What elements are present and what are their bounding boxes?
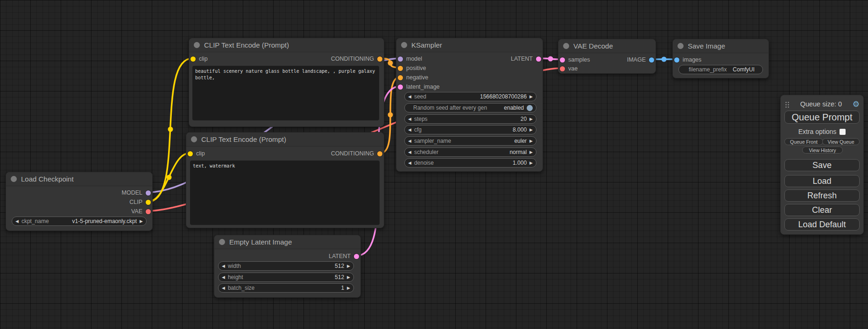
model-port-icon[interactable] bbox=[146, 190, 151, 196]
collapse-dot-icon[interactable] bbox=[194, 42, 200, 48]
load-default-button[interactable]: Load Default bbox=[784, 218, 860, 231]
clip-port-icon[interactable] bbox=[191, 56, 196, 62]
increment-arrow-icon[interactable]: ▶ bbox=[529, 95, 533, 99]
steps-widget[interactable]: ◀ steps 20 ▶ bbox=[404, 114, 536, 124]
node-empty-latent-image[interactable]: Empty Latent Image LATENT ◀ width 512 ▶ … bbox=[214, 235, 361, 298]
input-positive[interactable]: positive bbox=[398, 65, 426, 71]
node-title-bar[interactable]: KSampler bbox=[396, 38, 543, 52]
increment-arrow-icon[interactable]: ▶ bbox=[529, 139, 533, 143]
latent-port-icon[interactable] bbox=[560, 57, 565, 63]
vae-port-icon[interactable] bbox=[560, 66, 565, 71]
conditioning-port-icon[interactable] bbox=[398, 66, 403, 71]
positive-prompt-textarea[interactable]: beautiful scenery nature glass bottle la… bbox=[192, 66, 379, 120]
node-clip-text-encode-negative[interactable]: CLIP Text Encode (Prompt) clip CONDITION… bbox=[186, 132, 384, 228]
seed-widget[interactable]: ◀ seed 156680208700286 ▶ bbox=[404, 92, 536, 101]
extra-options-checkbox[interactable] bbox=[840, 129, 846, 135]
save-button[interactable]: Save bbox=[784, 159, 860, 171]
collapse-dot-icon[interactable] bbox=[677, 43, 684, 49]
latent-port-icon[interactable] bbox=[398, 84, 403, 90]
latent-port-icon[interactable] bbox=[536, 56, 541, 62]
node-load-checkpoint[interactable]: Load Checkpoint MODEL CLIP VAE ◀ ckpt_na… bbox=[6, 172, 153, 231]
input-model[interactable]: model bbox=[398, 56, 422, 62]
increment-arrow-icon[interactable]: ▶ bbox=[529, 150, 533, 154]
filename-prefix-widget[interactable]: filename_prefix ComfyUI bbox=[678, 65, 763, 74]
negative-prompt-textarea[interactable]: text, watermark bbox=[190, 161, 380, 225]
queue-front-button[interactable]: Queue Front bbox=[784, 138, 823, 145]
view-history-button[interactable]: View History bbox=[802, 147, 843, 154]
input-negative[interactable]: negative bbox=[398, 74, 428, 81]
settings-gear-icon[interactable]: ⚙ bbox=[853, 100, 860, 108]
decrement-arrow-icon[interactable]: ◀ bbox=[408, 161, 411, 165]
output-image[interactable]: IMAGE bbox=[627, 56, 654, 63]
node-title-bar[interactable]: VAE Decode bbox=[558, 39, 656, 53]
height-widget[interactable]: ◀ height 512 ▶ bbox=[218, 273, 354, 282]
output-latent[interactable]: LATENT bbox=[329, 253, 359, 259]
collapse-dot-icon[interactable] bbox=[219, 239, 225, 245]
denoise-widget[interactable]: ◀ denoise 1.000 ▶ bbox=[404, 158, 536, 168]
decrement-arrow-icon[interactable]: ◀ bbox=[222, 275, 225, 280]
conditioning-port-icon[interactable] bbox=[377, 56, 382, 62]
vae-port-icon[interactable] bbox=[146, 209, 151, 214]
decrement-arrow-icon[interactable]: ◀ bbox=[15, 219, 19, 224]
cfg-widget[interactable]: ◀ cfg 8.000 ▶ bbox=[404, 125, 536, 134]
clear-button[interactable]: Clear bbox=[784, 204, 860, 216]
node-title-bar[interactable]: Save Image bbox=[673, 39, 769, 53]
node-title-bar[interactable]: Empty Latent Image bbox=[214, 235, 360, 249]
view-queue-button[interactable]: View Queue bbox=[822, 138, 860, 145]
increment-arrow-icon[interactable]: ▶ bbox=[347, 275, 350, 280]
input-latent-image[interactable]: latent_image bbox=[398, 84, 440, 90]
input-vae[interactable]: vae bbox=[560, 65, 578, 72]
collapse-dot-icon[interactable] bbox=[563, 43, 569, 49]
node-vae-decode[interactable]: VAE Decode samples vae IMAGE bbox=[558, 39, 656, 74]
decrement-arrow-icon[interactable]: ◀ bbox=[408, 128, 411, 132]
increment-arrow-icon[interactable]: ▶ bbox=[347, 286, 350, 290]
ckpt-name-widget[interactable]: ◀ ckpt_name v1-5-pruned-emaonly.ckpt ▶ bbox=[12, 217, 147, 226]
node-ksampler[interactable]: KSampler model positive negative latent_… bbox=[396, 38, 543, 172]
load-button[interactable]: Load bbox=[784, 175, 860, 187]
random-seed-toggle-widget[interactable]: Random seed after every gen enabled bbox=[404, 103, 536, 112]
decrement-arrow-icon[interactable]: ◀ bbox=[408, 139, 411, 143]
conditioning-port-icon[interactable] bbox=[398, 75, 403, 80]
latent-port-icon[interactable] bbox=[354, 254, 359, 259]
conditioning-port-icon[interactable] bbox=[377, 151, 382, 156]
queue-menu-panel[interactable]: Queue size: 0 ⚙ Queue Prompt Extra optio… bbox=[780, 95, 864, 235]
node-clip-text-encode-positive[interactable]: CLIP Text Encode (Prompt) clip CONDITION… bbox=[189, 38, 384, 127]
output-conditioning[interactable]: CONDITIONING bbox=[331, 150, 382, 157]
increment-arrow-icon[interactable]: ▶ bbox=[529, 117, 533, 121]
scheduler-widget[interactable]: ◀ scheduler normal ▶ bbox=[404, 147, 536, 157]
output-conditioning[interactable]: CONDITIONING bbox=[331, 56, 382, 62]
input-images[interactable]: images bbox=[674, 56, 701, 63]
model-port-icon[interactable] bbox=[398, 56, 403, 62]
increment-arrow-icon[interactable]: ▶ bbox=[347, 264, 350, 268]
output-vae[interactable]: VAE bbox=[131, 208, 151, 215]
drag-handle-icon[interactable] bbox=[784, 101, 790, 108]
output-latent[interactable]: LATENT bbox=[511, 56, 541, 62]
image-port-icon[interactable] bbox=[674, 57, 679, 63]
node-title-bar[interactable]: CLIP Text Encode (Prompt) bbox=[189, 38, 384, 52]
clip-port-icon[interactable] bbox=[146, 200, 151, 205]
decrement-arrow-icon[interactable]: ◀ bbox=[222, 264, 225, 268]
clip-port-icon[interactable] bbox=[188, 151, 193, 156]
refresh-button[interactable]: Refresh bbox=[784, 189, 860, 202]
output-model[interactable]: MODEL bbox=[122, 189, 151, 196]
increment-arrow-icon[interactable]: ▶ bbox=[529, 161, 533, 165]
output-clip[interactable]: CLIP bbox=[129, 199, 151, 205]
node-title-bar[interactable]: Load Checkpoint bbox=[6, 172, 152, 186]
queue-prompt-button[interactable]: Queue Prompt bbox=[784, 111, 860, 124]
input-samples[interactable]: samples bbox=[560, 56, 590, 63]
collapse-dot-icon[interactable] bbox=[401, 42, 407, 48]
width-widget[interactable]: ◀ width 512 ▶ bbox=[218, 261, 354, 271]
image-port-icon[interactable] bbox=[649, 57, 654, 63]
decrement-arrow-icon[interactable]: ◀ bbox=[408, 150, 411, 154]
toggle-dot-icon[interactable] bbox=[527, 105, 533, 111]
decrement-arrow-icon[interactable]: ◀ bbox=[408, 95, 411, 99]
collapse-dot-icon[interactable] bbox=[11, 176, 17, 182]
increment-arrow-icon[interactable]: ▶ bbox=[140, 219, 143, 224]
node-save-image[interactable]: Save Image images filename_prefix ComfyU… bbox=[672, 39, 769, 78]
sampler-name-widget[interactable]: ◀ sampler_name euler ▶ bbox=[404, 136, 536, 146]
node-title-bar[interactable]: CLIP Text Encode (Prompt) bbox=[186, 133, 384, 147]
input-clip[interactable]: clip bbox=[188, 150, 205, 157]
decrement-arrow-icon[interactable]: ◀ bbox=[222, 286, 225, 290]
collapse-dot-icon[interactable] bbox=[191, 136, 197, 142]
decrement-arrow-icon[interactable]: ◀ bbox=[408, 117, 411, 121]
